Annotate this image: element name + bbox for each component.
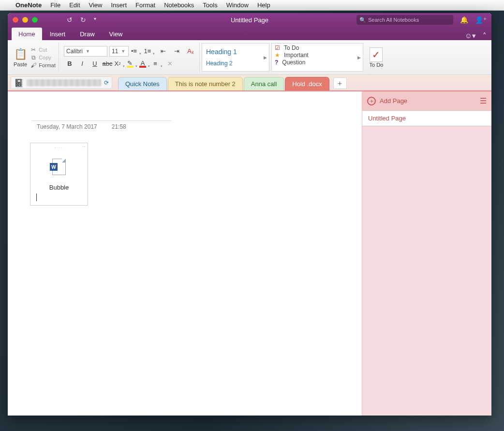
font-name-combo[interactable]: Calibri▼ xyxy=(64,46,107,57)
menu-file[interactable]: File xyxy=(50,1,60,9)
window-titlebar: ↺ ↻ ▾ Untitled Page 🔍 🔔 👤⁺ xyxy=(8,13,491,27)
font-size-combo[interactable]: 11▼ xyxy=(109,46,129,57)
tab-insert[interactable]: Insert xyxy=(43,28,73,40)
question-icon: ? xyxy=(275,59,278,66)
bullets-button[interactable]: •≡ xyxy=(131,46,142,57)
notifications-icon[interactable]: 🔔 xyxy=(460,16,468,24)
notebook-selector[interactable]: 📓 ⟳ xyxy=(11,76,112,89)
menu-edit[interactable]: Edit xyxy=(69,1,80,9)
section-tabs-bar: 📓 ⟳ Quick Notes This is note number 2 An… xyxy=(8,75,491,91)
search-notebooks-box[interactable]: 🔍 xyxy=(356,15,453,25)
clear-formatting-button[interactable]: Aᵪ xyxy=(185,46,196,57)
styles-gallery[interactable]: Heading 1 Heading 2 ▶ xyxy=(202,43,269,72)
tags-expand-icon[interactable]: ▶ xyxy=(357,55,361,60)
font-name-value: Calibri xyxy=(66,48,83,55)
outdent-button[interactable]: ⇤ xyxy=(158,46,169,57)
search-input[interactable] xyxy=(368,17,450,23)
share-icon[interactable]: 👤⁺ xyxy=(475,16,487,24)
numbering-button[interactable]: 1≡ xyxy=(144,46,156,57)
customize-qat-icon[interactable]: ▾ xyxy=(94,16,96,24)
todo-check-icon: ✓ xyxy=(370,47,383,62)
menu-window[interactable]: Window xyxy=(226,1,249,9)
menu-insert[interactable]: Insert xyxy=(111,1,127,9)
section-tab-hold-docx[interactable]: Hold .docx xyxy=(285,77,329,90)
x-icon: ✕ xyxy=(167,60,173,67)
word-document-icon[interactable]: W xyxy=(52,159,66,175)
tab-home[interactable]: Home xyxy=(12,28,42,40)
styles-expand-icon[interactable]: ▶ xyxy=(264,55,267,60)
copy-button[interactable]: ⧉Copy xyxy=(30,54,56,61)
page-canvas[interactable]: Tuesday, 7 March 2017 21:58 ···· ↔ W Bub… xyxy=(8,91,362,416)
section-tab-quick-notes[interactable]: Quick Notes xyxy=(118,77,167,90)
bold-button[interactable]: B xyxy=(64,59,75,69)
todo-label: To Do xyxy=(370,62,384,68)
app-menu[interactable]: OneNote xyxy=(15,1,42,9)
menu-format[interactable]: Format xyxy=(135,1,155,9)
plus-circle-icon: ＋ xyxy=(367,97,376,105)
format-label: Format xyxy=(39,62,56,68)
italic-button[interactable]: I xyxy=(76,59,88,69)
page-date: Tuesday, 7 March 2017 xyxy=(37,123,97,130)
emoji-icon[interactable]: ☺︎▾ xyxy=(465,31,476,40)
style-heading2[interactable]: Heading 2 xyxy=(206,60,265,67)
tab-draw[interactable]: Draw xyxy=(73,28,101,40)
add-section-button[interactable]: ＋ xyxy=(333,77,347,89)
copy-icon: ⧉ xyxy=(30,54,37,61)
notebook-name-blurred xyxy=(27,79,101,86)
add-page-label: Add Page xyxy=(380,97,407,104)
tag-todo[interactable]: ☑︎To Do xyxy=(275,45,360,51)
section-tab-note-2[interactable]: This is note number 2 xyxy=(168,77,243,90)
strikethrough-button[interactable]: abc xyxy=(102,59,113,69)
tag-question[interactable]: ?Question xyxy=(275,59,360,66)
delete-button[interactable]: ✕ xyxy=(164,59,176,69)
format-painter-button[interactable]: 🖌︎Format xyxy=(30,62,56,69)
font-color-button[interactable]: A xyxy=(139,59,151,69)
file-embed-container[interactable]: ···· ↔ W Bubble xyxy=(30,143,88,206)
menu-help[interactable]: Help xyxy=(257,1,270,9)
collapse-ribbon-icon[interactable]: ˄ xyxy=(483,31,487,40)
resize-handle-icon[interactable]: ↔ xyxy=(82,144,86,149)
align-button[interactable]: ≡ xyxy=(152,59,163,69)
style-heading1[interactable]: Heading 1 xyxy=(206,48,265,56)
copy-label: Copy xyxy=(39,55,51,60)
undo-icon[interactable]: ↺ xyxy=(67,16,73,24)
ribbon-tabs: Home Insert Draw View ☺︎▾ ˄ xyxy=(8,27,491,40)
content-area: Tuesday, 7 March 2017 21:58 ···· ↔ W Bub… xyxy=(8,91,491,416)
numbering-icon: 1≡ xyxy=(144,47,151,55)
mac-menu-bar: OneNote File Edit View Insert Format Not… xyxy=(0,0,504,11)
tag-question-label: Question xyxy=(282,59,305,66)
menu-tools[interactable]: Tools xyxy=(203,1,217,9)
align-icon: ≡ xyxy=(153,60,157,67)
todo-button[interactable]: ✓ To Do xyxy=(365,42,387,73)
page-list-item[interactable]: Untitled Page xyxy=(362,111,491,126)
page-title-underline xyxy=(32,120,171,121)
text-cursor xyxy=(36,193,37,201)
drag-handle-icon[interactable]: ···· xyxy=(32,145,86,150)
minimize-window-button[interactable] xyxy=(22,17,28,23)
page-list-view-icon[interactable]: ☰ xyxy=(480,96,487,105)
tags-gallery[interactable]: ☑︎To Do ★Important ?Question ▶ xyxy=(271,43,363,72)
menu-view[interactable]: View xyxy=(89,1,103,9)
redo-icon[interactable]: ↻ xyxy=(80,16,86,24)
cut-button[interactable]: ✂︎Cut xyxy=(30,46,56,53)
paintbrush-icon: 🖌︎ xyxy=(30,62,37,69)
indent-icon: ⇥ xyxy=(174,47,179,55)
tag-important[interactable]: ★Important xyxy=(275,52,360,59)
tab-view[interactable]: View xyxy=(103,28,130,40)
star-icon: ★ xyxy=(275,52,280,59)
close-window-button[interactable] xyxy=(13,17,18,23)
subscript-button[interactable]: X2 xyxy=(114,59,126,69)
indent-button[interactable]: ⇥ xyxy=(171,46,183,57)
menu-notebooks[interactable]: Notebooks xyxy=(164,1,194,9)
section-tab-anna-call[interactable]: Anna call xyxy=(244,77,284,90)
notebook-sync-icon: ⟳ xyxy=(104,79,109,86)
clipboard-icon: 📋 xyxy=(14,48,27,60)
paste-button[interactable]: 📋 Paste xyxy=(14,48,27,67)
notebook-icon: 📓 xyxy=(14,78,24,88)
maximize-window-button[interactable] xyxy=(32,17,38,23)
quick-access-toolbar: ↺ ↻ ▾ xyxy=(67,16,96,24)
underline-button[interactable]: U xyxy=(89,59,101,69)
add-page-button[interactable]: ＋ Add Page ☰ xyxy=(362,91,491,111)
highlight-button[interactable]: ✎ xyxy=(127,59,138,69)
bullets-icon: •≡ xyxy=(131,47,137,55)
